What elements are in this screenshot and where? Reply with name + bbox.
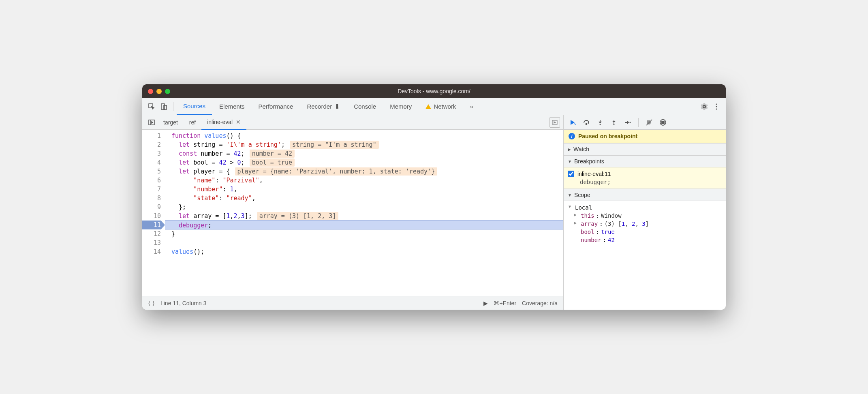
pause-on-exceptions-button[interactable] [656, 117, 669, 128]
code-line: "number": 1, [171, 185, 563, 194]
pretty-print-icon[interactable]: { } [148, 300, 155, 306]
tab-console[interactable]: Console [347, 98, 383, 115]
tab-recorder[interactable]: Recorder [300, 98, 346, 115]
devtools-window: DevTools - www.google.com/ Sources Eleme… [142, 84, 726, 310]
panel-tabs: Sources Elements Performance Recorder Co… [177, 98, 698, 115]
svg-rect-17 [663, 121, 664, 124]
line-number[interactable]: 1 [142, 131, 161, 140]
titlebar: DevTools - www.google.com/ [142, 84, 726, 98]
tab-network[interactable]: Network [419, 98, 462, 115]
content-area: target ref inline-eval ✕ 123456789101112… [142, 115, 726, 310]
tab-elements[interactable]: Elements [213, 98, 251, 115]
code-line: let bool = 42 > 0;bool = true [171, 158, 563, 167]
expand-icon: ▶ [568, 147, 571, 152]
coverage-status: Coverage: n/a [522, 300, 558, 306]
line-number[interactable]: 3 [142, 149, 161, 158]
inline-value-hint: number = 42 [250, 150, 295, 158]
code-line: function values() { [171, 131, 563, 140]
svg-point-12 [614, 124, 615, 125]
breakpoint-code: debugger; [580, 179, 721, 185]
code-content: function values() { let string = 'I\'m a… [165, 130, 563, 296]
step-into-button[interactable] [594, 117, 607, 128]
line-number[interactable]: 14 [142, 247, 161, 256]
svg-point-13 [630, 122, 631, 123]
run-snippet-icon[interactable] [549, 117, 560, 128]
warning-icon [425, 104, 431, 109]
file-tab-ref[interactable]: ref [184, 115, 201, 130]
tab-performance[interactable]: Performance [252, 98, 300, 115]
device-toolbar-icon[interactable] [158, 101, 170, 113]
more-tabs-button[interactable]: » [463, 98, 479, 115]
navigator-toggle-icon[interactable] [145, 116, 158, 128]
editor-pane: target ref inline-eval ✕ 123456789101112… [142, 115, 564, 310]
kebab-menu-icon[interactable] [710, 101, 723, 113]
step-over-button[interactable] [580, 117, 593, 128]
line-number[interactable]: 11 [142, 221, 161, 229]
collapse-icon: ▼ [568, 159, 572, 164]
scope-local-header[interactable]: ▼Local [569, 203, 722, 212]
settings-icon[interactable] [698, 101, 710, 113]
minimize-window-button[interactable] [156, 89, 162, 94]
line-number[interactable]: 13 [142, 238, 161, 247]
scope-body: ▼Local ▶this: Window▶array: (3) [1, 2, 3… [564, 201, 726, 246]
scope-section-header[interactable]: ▼ Scope [564, 189, 726, 201]
step-out-button[interactable] [607, 117, 620, 128]
svg-rect-9 [574, 123, 576, 124]
breakpoint-label: inline-eval:11 [577, 171, 611, 177]
deactivate-breakpoints-button[interactable] [643, 117, 656, 128]
scope-variable[interactable]: ▶array: (3) [1, 2, 3] [574, 220, 722, 228]
code-line: "name": "Parzival", [171, 176, 563, 185]
svg-rect-16 [662, 121, 663, 124]
tab-sources[interactable]: Sources [177, 98, 212, 115]
code-line [171, 238, 563, 247]
file-tabs: target ref inline-eval ✕ [142, 115, 563, 130]
line-number[interactable]: 12 [142, 229, 161, 238]
svg-point-5 [716, 108, 717, 109]
step-button[interactable] [621, 117, 634, 128]
breakpoints-section-header[interactable]: ▼ Breakpoints [564, 155, 726, 167]
code-line: values(); [171, 247, 563, 256]
code-line: let player = {player = {name: 'Parzival'… [171, 167, 563, 176]
scope-variable[interactable]: ▶this: Window [574, 212, 722, 220]
paused-message: Paused on breakpoint [578, 133, 637, 139]
code-line: debugger; [165, 221, 563, 229]
line-number[interactable]: 8 [142, 194, 161, 203]
run-shortcut-hint: ⌘+Enter [494, 300, 516, 306]
breakpoint-item[interactable]: inline-eval:11 debugger; [564, 167, 726, 189]
inline-value-hint: player = {name: 'Parzival', number: 1, s… [235, 167, 438, 176]
collapse-icon: ▼ [568, 193, 572, 197]
line-number[interactable]: 2 [142, 140, 161, 149]
line-number[interactable]: 5 [142, 167, 161, 176]
run-icon[interactable]: ▶ [483, 300, 488, 306]
line-number[interactable]: 9 [142, 203, 161, 212]
file-tab-inline-eval[interactable]: inline-eval ✕ [201, 115, 246, 130]
tab-memory[interactable]: Memory [383, 98, 418, 115]
code-line: let string = 'I\'m a string';string = "I… [171, 140, 563, 149]
inline-value-hint: array = (3) [1, 2, 3] [257, 212, 339, 220]
editor-statusbar: { } Line 11, Column 3 ▶ ⌘+Enter Coverage… [142, 296, 563, 310]
line-number[interactable]: 6 [142, 176, 161, 185]
line-number[interactable]: 4 [142, 158, 161, 167]
svg-point-3 [716, 103, 717, 105]
main-toolbar: Sources Elements Performance Recorder Co… [142, 98, 726, 115]
svg-point-10 [586, 123, 587, 124]
close-window-button[interactable] [148, 89, 153, 94]
window-controls [148, 89, 170, 94]
inspect-element-icon[interactable] [145, 101, 158, 113]
line-number[interactable]: 7 [142, 185, 161, 194]
scope-variable: bool: true [574, 228, 722, 236]
code-line: "state": "ready", [171, 194, 563, 203]
code-line: const number = 42;number = 42 [171, 149, 563, 158]
resume-button[interactable] [566, 117, 579, 128]
debugger-pane: i Paused on breakpoint ▶ Watch ▼ Breakpo… [564, 115, 726, 310]
close-tab-icon[interactable]: ✕ [236, 119, 241, 125]
code-editor[interactable]: 1234567891011121314 function values() { … [142, 130, 563, 296]
line-number[interactable]: 10 [142, 212, 161, 221]
maximize-window-button[interactable] [165, 89, 170, 94]
file-tab-target[interactable]: target [158, 115, 184, 130]
breakpoint-checkbox[interactable] [568, 171, 574, 177]
inline-value-hint: string = "I'm a string" [290, 141, 379, 149]
svg-point-15 [660, 120, 666, 125]
watch-section-header[interactable]: ▶ Watch [564, 143, 726, 155]
divider [173, 102, 173, 111]
